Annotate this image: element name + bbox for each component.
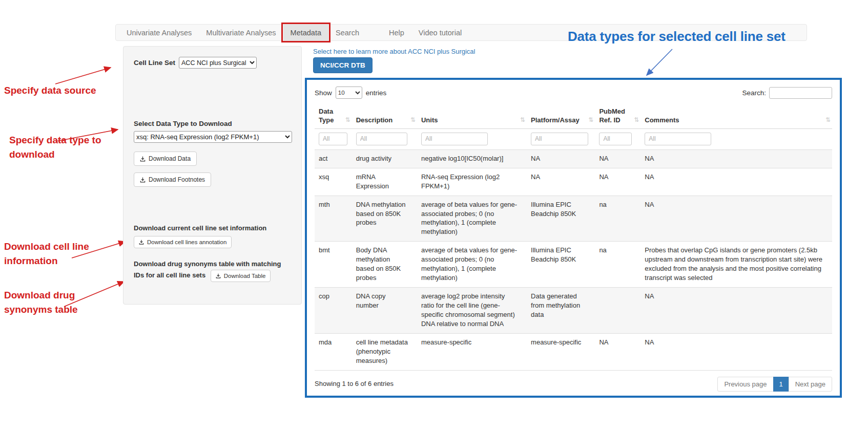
- column-header-label: Platform/Assay: [531, 116, 580, 124]
- table-cell: measure-specific: [417, 333, 527, 370]
- table-cell: Illumina EPIC Beadchip 850K: [527, 242, 595, 288]
- download-cell-lines-annotation-button[interactable]: Download cell lines annotation: [134, 236, 232, 248]
- column-header-data-type[interactable]: Data Type⇅: [315, 105, 352, 128]
- filter-input-description[interactable]: [356, 133, 407, 145]
- filter-input-comments[interactable]: [645, 133, 711, 145]
- download-data-button[interactable]: Download Data: [134, 152, 197, 166]
- table-row: copDNA copy numberaverage log2 probe int…: [315, 288, 832, 334]
- table-row: mthDNA methylation based on 850K probesa…: [315, 196, 832, 242]
- tab-search[interactable]: Search: [328, 25, 366, 40]
- sort-icon[interactable]: ⇅: [588, 116, 593, 124]
- table-cell: na: [595, 242, 640, 288]
- column-header-label: Comments: [645, 116, 679, 124]
- table-cell: NA: [595, 168, 640, 196]
- table-cell: cell line metadata (phenotypic measures): [352, 333, 417, 370]
- table-cell: NA: [640, 168, 832, 196]
- column-header-platform-assay[interactable]: Platform/Assay⇅: [527, 105, 595, 128]
- filter-input-platform-assay[interactable]: [531, 133, 588, 145]
- table-cell: [595, 288, 640, 334]
- column-header-label: Description: [356, 116, 393, 124]
- tab-help[interactable]: Help: [382, 25, 411, 40]
- sort-icon[interactable]: ⇅: [410, 116, 416, 124]
- column-header-units[interactable]: Units⇅: [417, 105, 527, 128]
- download-icon: [139, 240, 144, 245]
- data-source-button[interactable]: NCI/CCR DTB: [313, 57, 373, 73]
- next-page-button[interactable]: Next page: [789, 377, 832, 392]
- table-cell: DNA copy number: [352, 288, 417, 334]
- sidebar-panel: Cell Line Set ACC NCI plus Surgical Sele…: [123, 46, 302, 305]
- learn-more-link[interactable]: Select here to learn more about ACC NCI …: [313, 48, 476, 55]
- download-icon: [140, 156, 146, 162]
- table-cell: mRNA Expression: [352, 168, 417, 196]
- table-cell: NA: [640, 196, 832, 242]
- tab-multivariate-analyses[interactable]: Multivariate Analyses: [199, 25, 283, 40]
- tab-video-tutorial[interactable]: Video tutorial: [411, 25, 469, 40]
- table-cell: average of beta values for gene-associat…: [417, 242, 527, 288]
- table-row: actdrug activitynegative log10[IC50(mola…: [315, 149, 832, 168]
- table-cell: negative log10[IC50(molar)]: [417, 149, 527, 168]
- download-icon: [216, 273, 221, 278]
- sort-icon[interactable]: ⇅: [520, 116, 525, 124]
- column-header-label: Units: [421, 116, 438, 124]
- table-summary: Showing 1 to 6 of 6 entries: [315, 377, 394, 387]
- sort-icon[interactable]: ⇅: [345, 116, 350, 124]
- table-cell: DNA methylation based on 850K probes: [352, 196, 417, 242]
- table-cell: mth: [315, 196, 352, 242]
- table-cell: Data generated from methylation data: [527, 288, 595, 334]
- show-label: Show: [315, 89, 332, 97]
- column-header-comments[interactable]: Comments⇅: [640, 105, 832, 128]
- table-cell: NA: [640, 288, 832, 334]
- table-cell: Illumina EPIC Beadchip 850K: [527, 196, 595, 242]
- download-footnotes-label: Download Footnotes: [149, 176, 205, 183]
- download-icon: [140, 177, 146, 183]
- filter-input-units[interactable]: [421, 133, 488, 145]
- annotation-download-cell-line-info: Download cell line information: [4, 240, 104, 268]
- download-footnotes-button[interactable]: Download Footnotes: [134, 172, 211, 187]
- download-data-label: Download Data: [149, 155, 191, 162]
- column-header-description[interactable]: Description⇅: [352, 105, 417, 128]
- table-cell: act: [315, 149, 352, 168]
- table-cell: bmt: [315, 242, 352, 288]
- table-cell: measure-specific: [527, 333, 595, 370]
- table-cell: cop: [315, 288, 352, 334]
- cell-line-info-label: Download current cell line set informati…: [134, 224, 291, 232]
- table-body: actdrug activitynegative log10[IC50(mola…: [315, 149, 832, 370]
- table-header-row: Data Type⇅ Description⇅ Units⇅ Platform/…: [315, 105, 832, 128]
- column-header-label: PubMed Ref. ID: [599, 107, 625, 124]
- data-type-select[interactable]: xsq: RNA-seq Expression (log2 FPKM+1): [134, 131, 292, 143]
- table-row: mdacell line metadata (phenotypic measur…: [315, 333, 832, 370]
- pagination: Previous page 1 Next page: [717, 377, 832, 392]
- table-cell: mda: [315, 333, 352, 370]
- cell-line-set-select[interactable]: ACC NCI plus Surgical: [179, 57, 257, 69]
- column-header-pubmed-ref-id[interactable]: PubMed Ref. ID⇅: [595, 105, 640, 128]
- table-cell: na: [595, 196, 640, 242]
- table-filter-row: [315, 128, 832, 149]
- arrow-icon-specify-source: [55, 68, 111, 84]
- search-input[interactable]: [769, 87, 832, 99]
- table-cell: RNA-seq Expression (log2 FPKM+1): [417, 168, 527, 196]
- page-length-select[interactable]: 10: [336, 87, 362, 99]
- download-table-button[interactable]: Download Table: [211, 270, 271, 282]
- filter-input-pubmed-ref-id[interactable]: [599, 133, 632, 145]
- table-cell: average log2 probe intensity ratio for t…: [417, 288, 527, 334]
- table-cell: NA: [640, 333, 832, 370]
- page-number-button[interactable]: 1: [773, 377, 789, 392]
- table-row: xsqmRNA ExpressionRNA-seq Expression (lo…: [315, 168, 832, 196]
- tab-metadata[interactable]: Metadata: [283, 25, 328, 40]
- column-header-label: Data Type: [319, 107, 334, 124]
- sort-icon[interactable]: ⇅: [634, 116, 639, 124]
- filter-input-data-type[interactable]: [319, 133, 347, 145]
- entries-label: entries: [366, 89, 387, 97]
- table-cell: NA: [527, 168, 595, 196]
- cell-line-set-label: Cell Line Set: [134, 59, 175, 67]
- table-cell: drug activity: [352, 149, 417, 168]
- sort-icon[interactable]: ⇅: [825, 116, 831, 124]
- data-type-label: Select Data Type to Download: [134, 120, 291, 127]
- tab-univariate-analyses[interactable]: Univariate Analyses: [119, 25, 199, 40]
- metadata-table: Data Type⇅ Description⇅ Units⇅ Platform/…: [315, 105, 832, 371]
- metadata-table-container: Show 10 entries Search: Data Type⇅ Descr…: [305, 78, 842, 398]
- table-cell: average of beta values for gene-associat…: [417, 196, 527, 242]
- download-cell-lines-annotation-label: Download cell lines annotation: [147, 239, 226, 245]
- table-cell: xsq: [315, 168, 352, 196]
- previous-page-button[interactable]: Previous page: [717, 377, 773, 392]
